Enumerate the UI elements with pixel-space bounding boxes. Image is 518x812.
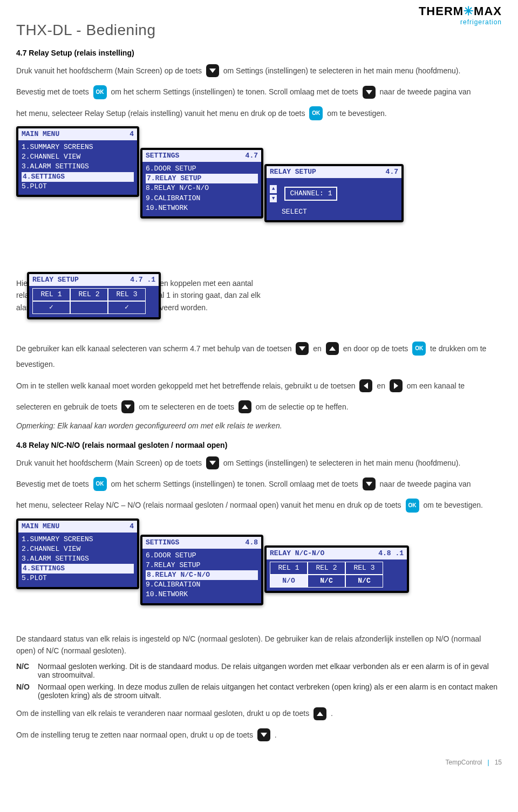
lcd-menu-item: 10.NETWORK (146, 590, 258, 599)
channel-value: 1 (328, 189, 332, 197)
up-icon[interactable] (238, 400, 251, 413)
lcd-page: 4.8 (246, 538, 258, 548)
down-icon[interactable] (257, 728, 270, 741)
ok-button[interactable]: OK (406, 499, 419, 513)
down-icon[interactable] (206, 64, 219, 77)
text: Om de instelling terug te zetten naar no… (16, 731, 253, 739)
lcd-page: 4 (130, 522, 134, 531)
lcd-menu-item: 8.RELAY N/C-N/O (146, 183, 258, 193)
section-48-heading: 4.8 Relay N/C-N/O (relais normaal geslot… (16, 441, 502, 449)
lcd-menu-item: 9.CALIBRATION (146, 194, 258, 203)
no-label: N/O (16, 683, 38, 700)
text: Bevestig met de toets (16, 88, 89, 97)
right-icon[interactable] (390, 379, 403, 392)
footer-product: TempControl (445, 759, 482, 766)
lcd-menu-item: 9.CALIBRATION (146, 580, 258, 590)
rel-header: REL 1 (32, 288, 70, 301)
std-text: De standaard status van elk relais is in… (16, 633, 502, 657)
text: selecteren en gebruik de toets (16, 402, 118, 411)
text: om Settings (instellingen) te selecteren… (223, 66, 461, 75)
text: Om de instelling van elk relais te veran… (16, 709, 309, 718)
lcd-page: 4 (130, 129, 134, 139)
up-icon[interactable] (313, 707, 326, 720)
up-icon[interactable] (326, 342, 339, 355)
brand-logo: THERM✳MAX refrigeration (419, 4, 502, 26)
lcd-relay-setup: RELAY SETUP4.7 ▲▼ CHANNEL: 1 SELECT (264, 164, 404, 223)
text: naar de tweede pagina van (380, 88, 471, 97)
brand-b: MAX (474, 4, 502, 18)
lcd-menu-item: 7.RELAY SETUP (146, 174, 258, 183)
rel-value: N/C (308, 575, 345, 588)
arrow-group: ▲▼ (270, 183, 277, 204)
text: Druk vanuit het hoofdscherm (Main Screen… (16, 459, 202, 467)
lcd-menu-item: 7.RELAY SETUP (146, 561, 258, 570)
lcd-settings-2: SETTINGS4.8 6.DOOR SETUP7.RELAY SETUP8.R… (140, 535, 263, 605)
ok-button[interactable]: OK (93, 477, 107, 491)
lcd-title: MAIN MENU (22, 522, 59, 531)
text: het menu, selecteer Relay Setup (relais … (16, 109, 305, 118)
select-label: SELECT (270, 207, 398, 217)
text: en (313, 344, 322, 353)
note-47: Opmerking: Elk kanaal kan worden geconfi… (16, 420, 502, 432)
lcd-menu-item: 4.SETTINGS (22, 172, 134, 182)
lcd-menu-item: 5.PLOT (22, 574, 134, 583)
text: en door op de toets (343, 344, 408, 353)
rel-value (70, 301, 108, 314)
section-47-heading: 4.7 Relay Setup (relais instelling) (16, 49, 502, 57)
rel-header: REL 2 (308, 562, 345, 575)
text: . (331, 709, 333, 718)
lcd-title: RELAY SETUP (32, 275, 79, 285)
lcd-menu-item: 2.CHANNEL VIEW (22, 544, 134, 554)
rel-header: REL 2 (70, 288, 108, 301)
text: Bevestig met de toets (16, 480, 89, 488)
brand-a: THERM (419, 4, 464, 18)
lcd-menu-item: 4.SETTINGS (22, 564, 134, 574)
rel-value: ✓ (32, 301, 70, 314)
lcd-page: 4.7 .1 (130, 275, 155, 285)
down-icon[interactable] (296, 342, 309, 355)
ok-button[interactable]: OK (309, 106, 323, 120)
rel-header: REL 1 (270, 562, 308, 575)
down-icon[interactable] (121, 400, 134, 413)
lcd-menu-item: 3.ALARM SETTINGS (22, 554, 134, 564)
page-footer: TempControl | 15 (16, 759, 502, 766)
lcd-title: SETTINGS (146, 151, 179, 161)
text: om het scherm Settings (instellingen) te… (111, 480, 358, 488)
nc-label: N/C (16, 662, 38, 679)
text: naar de tweede pagina van (380, 480, 471, 488)
rel-value: ✓ (108, 301, 146, 314)
text: om te bevestigen. (423, 501, 483, 510)
rel-header: REL 3 (108, 288, 146, 301)
down-icon[interactable] (363, 477, 376, 490)
lcd-title: RELAY N/C-N/O (270, 549, 324, 558)
down-icon[interactable] (363, 86, 376, 99)
rel-value: N/O (270, 575, 308, 588)
ok-button[interactable]: OK (412, 342, 426, 356)
ok-button[interactable]: OK (93, 85, 107, 99)
snowflake-icon: ✳ (464, 4, 474, 18)
left-icon[interactable] (359, 379, 372, 392)
text: om Settings (instellingen) te selecteren… (223, 459, 461, 467)
lcd-menu-item: 10.NETWORK (146, 203, 258, 213)
text: om een kanaal te (407, 381, 465, 390)
lcd-relay-setup-471: RELAY SETUP4.7 .1 REL 1REL 2REL 3 ✓✓ (27, 272, 161, 319)
lcd-ncno: RELAY N/C-N/O4.8 .1 REL 1REL 2REL 3 N/ON… (264, 545, 409, 593)
lcd-menu-item: 8.RELAY N/C-N/O (146, 570, 258, 580)
up-icon: ▲ (270, 185, 277, 193)
lcd-settings: SETTINGS4.7 6.DOOR SETUP7.RELAY SETUP8.R… (140, 148, 263, 219)
footer-sep: | (488, 759, 489, 766)
text: De gebruiker kan elk kanaal selecteren v… (16, 344, 292, 353)
brand-sub: refrigeration (419, 18, 502, 26)
text: om de selectie op te heffen. (256, 402, 349, 411)
down-icon: ▼ (270, 195, 277, 203)
lcd-menu-item: 6.DOOR SETUP (146, 551, 258, 561)
down-icon[interactable] (206, 456, 219, 469)
lcd-title: SETTINGS (146, 538, 179, 548)
text: om het scherm Settings (instellingen) te… (111, 88, 358, 97)
lcd-menu-item: 3.ALARM SETTINGS (22, 162, 134, 172)
lcd-main-menu: MAIN MENU4 1.SUMMARY SCREENS2.CHANNEL VI… (16, 126, 139, 197)
text: en (377, 381, 385, 390)
channel-label: CHANNEL: (290, 189, 323, 197)
footer-page: 15 (495, 759, 502, 766)
lcd-menu-item: 2.CHANNEL VIEW (22, 152, 134, 162)
